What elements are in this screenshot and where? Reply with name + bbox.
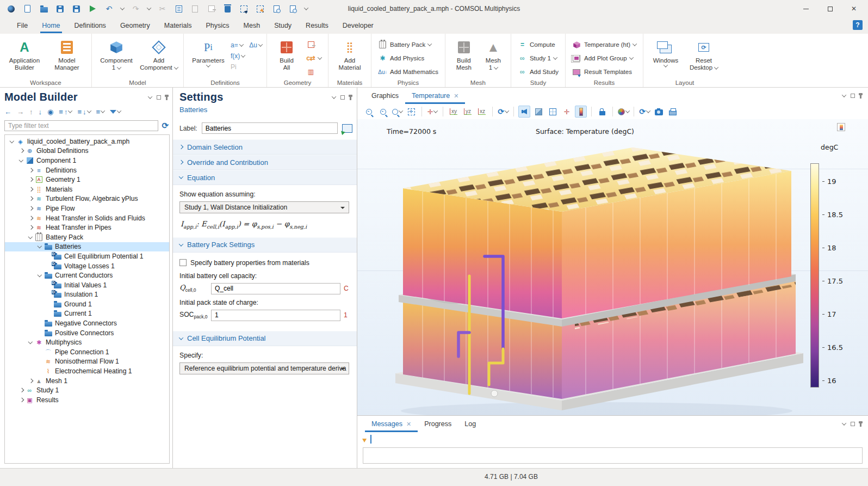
tree-item-multiphysics[interactable]: ✱Multiphysics <box>5 337 169 347</box>
tree-item-battery-pack[interactable]: Battery Pack <box>5 232 169 242</box>
section-cell-equilibrium-potential[interactable]: Cell Equilibrium Potential <box>173 331 357 346</box>
tree-item-study-1[interactable]: ∞Study 1 <box>5 385 169 395</box>
find-icon[interactable] <box>272 4 281 14</box>
save-as-icon[interactable] <box>72 4 81 14</box>
messages-pin-icon[interactable] <box>860 422 861 427</box>
menu-geometry[interactable]: Geometry <box>113 17 157 34</box>
result-templates-button[interactable]: Result Templates <box>570 66 638 78</box>
menu-results[interactable]: Results <box>299 17 336 34</box>
reset-desktop-button[interactable]: ⟳ ResetDesktop <box>686 37 722 78</box>
save-icon[interactable] <box>55 4 65 14</box>
zoom-box-icon[interactable] <box>391 106 403 118</box>
tab-progress[interactable]: Progress <box>418 416 458 432</box>
minimize-button[interactable] <box>794 0 818 17</box>
variables-button[interactable]: a= <box>231 40 245 50</box>
tab-log[interactable]: Log <box>458 416 482 432</box>
tree-item-heat-transfer-pipes[interactable]: ≋Heat Transfer in Pipes <box>5 223 169 232</box>
model-builder-float-icon[interactable] <box>157 95 161 100</box>
select-box-icon[interactable] <box>239 4 249 14</box>
menu-materials[interactable]: Materials <box>157 17 199 34</box>
messages-float-icon[interactable] <box>851 422 855 426</box>
nonlocal-couplings-button[interactable]: Δu <box>249 40 262 50</box>
section-equation[interactable]: Equation <box>173 170 357 185</box>
menu-physics[interactable]: Physics <box>199 17 236 34</box>
add-physics-button[interactable]: ✱Add Physics <box>376 52 441 64</box>
qat-more-icon[interactable] <box>304 5 308 10</box>
tree-item-cell-equilibrium-potential-1[interactable]: Cell Equilibrium Potential 1 <box>5 251 169 261</box>
add-mathematics-button[interactable]: Δu↓Add Mathematics <box>376 66 441 78</box>
show-legend-icon[interactable] <box>575 106 587 118</box>
model-builder-menu-icon[interactable] <box>148 94 152 99</box>
menu-file[interactable]: File <box>10 17 35 34</box>
functions-button[interactable]: f(x) <box>231 51 245 61</box>
add-component-button[interactable]: AddComponent <box>139 37 179 78</box>
model-manager-button[interactable]: ModelManager <box>47 37 87 78</box>
zoom-in-icon[interactable] <box>363 106 375 118</box>
battery-pack-menu-button[interactable]: Battery Pack <box>376 39 441 51</box>
help-button[interactable]: ? <box>853 20 863 30</box>
menu-home[interactable]: Home <box>35 17 67 34</box>
tree-item-insulation-1[interactable]: Insulation 1 <box>5 290 169 300</box>
menu-study[interactable]: Study <box>267 17 299 34</box>
messages-menu-icon[interactable] <box>842 421 846 425</box>
graphics-canvas[interactable]: Time=72000 s Surface: Temperature (degC)… <box>357 119 868 415</box>
lock-view-icon[interactable] <box>596 106 608 118</box>
virtual-operations-button[interactable]: ▥ <box>304 66 324 78</box>
print-icon[interactable] <box>667 106 679 118</box>
menu-definitions[interactable]: Definitions <box>67 17 113 34</box>
add-study-button[interactable]: ∞Add Study <box>516 66 561 78</box>
tree-item-geometry-1[interactable]: AGeometry 1 <box>5 175 169 184</box>
soc-input[interactable] <box>211 310 340 321</box>
deselect-box-icon[interactable] <box>256 4 265 14</box>
close-button[interactable]: ✕ <box>842 0 866 17</box>
tree-item-electrochemical-heating-1[interactable]: ⌇Electrochemical Heating 1 <box>5 366 169 376</box>
filter-icon[interactable] <box>110 110 121 114</box>
messages-output[interactable] <box>363 447 863 464</box>
label-input[interactable] <box>202 122 338 134</box>
add-plot-group-button[interactable]: Add Plot Group <box>570 52 638 64</box>
zoom-extents-icon[interactable]: ✛ <box>405 106 417 118</box>
messages-close-icon[interactable]: ✕ <box>406 421 411 428</box>
show-axes-icon[interactable]: ✛ <box>561 106 573 118</box>
tree-item-voltage-losses-1[interactable]: Voltage Losses 1 <box>5 261 169 271</box>
application-builder-button[interactable]: A ApplicationBuilder <box>4 37 45 78</box>
section-override-contribution[interactable]: Override and Contribution <box>173 155 357 170</box>
move-down-icon[interactable]: ↓ <box>39 108 42 116</box>
find-replace-icon[interactable] <box>288 4 297 14</box>
filter-input[interactable] <box>4 120 158 131</box>
graphics-float-icon[interactable] <box>851 94 855 98</box>
tab-graphics[interactable]: Graphics <box>365 88 405 104</box>
settings-menu-icon[interactable] <box>332 94 336 99</box>
study-1-button[interactable]: ∞Study 1 <box>516 52 561 64</box>
scene-light-icon[interactable] <box>518 106 530 118</box>
snapshot-icon[interactable] <box>653 106 665 118</box>
create-selection-button[interactable] <box>342 124 352 133</box>
component-1-button[interactable]: Component1 <box>96 37 137 78</box>
windows-button[interactable]: Windows <box>648 37 684 78</box>
parameters-button[interactable]: Pi Parameters <box>188 37 228 78</box>
mesh-1-button[interactable]: ▲ Mesh1 <box>480 37 506 78</box>
tree-item-turbulent-flow[interactable]: ≋Turbulent Flow, Algebraic yPlus <box>5 194 169 204</box>
refresh-icon[interactable]: ⟳ <box>162 121 169 131</box>
q-cell-input[interactable] <box>211 283 340 294</box>
maximize-button[interactable] <box>818 0 842 17</box>
go-to-view-icon[interactable]: ✛ <box>426 106 438 118</box>
section-battery-pack-settings[interactable]: Battery Pack Settings <box>173 237 357 253</box>
graphics-menu-icon[interactable] <box>842 93 846 97</box>
menu-mesh[interactable]: Mesh <box>237 17 268 34</box>
tab-temperature[interactable]: Temperature✕ <box>405 88 465 104</box>
temperature-plot-button[interactable]: Temperature (ht) <box>570 39 638 51</box>
tree-item-ground-1[interactable]: Ground 1 <box>5 299 169 309</box>
tree-item-initial-values-1[interactable]: Initial Values 1 <box>5 280 169 290</box>
show-icon[interactable]: ◉ <box>47 108 53 116</box>
compute-button[interactable]: =Compute <box>516 39 561 51</box>
zoom-out-icon[interactable] <box>377 106 389 118</box>
color-legend-mini-icon[interactable] <box>837 123 845 131</box>
tree-item-component-1[interactable]: Component 1 <box>5 156 169 165</box>
import-geometry-button[interactable] <box>304 39 324 51</box>
undo-dropdown-icon[interactable] <box>120 5 125 10</box>
transparency-icon[interactable] <box>532 106 544 118</box>
tree-item-materials[interactable]: ⣿Materials <box>5 184 169 194</box>
build-mesh-button[interactable]: BuildMesh <box>450 37 478 78</box>
tab-messages[interactable]: Messages✕ <box>365 416 418 432</box>
